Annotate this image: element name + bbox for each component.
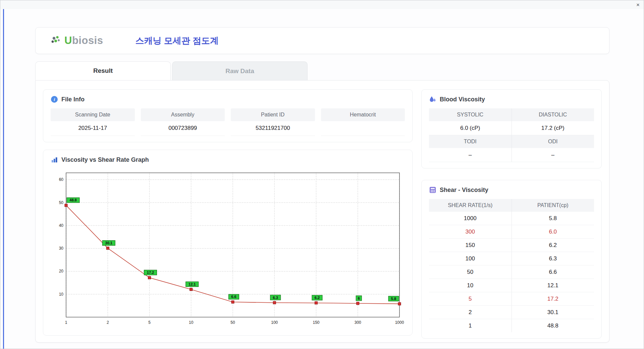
sv-patient-value: 17.2 bbox=[512, 292, 594, 305]
logo-text: Ubiosis bbox=[64, 35, 103, 47]
sv-shear-value: 300 bbox=[429, 225, 512, 238]
svg-text:12.1: 12.1 bbox=[189, 282, 196, 286]
svg-text:5.8: 5.8 bbox=[391, 297, 396, 301]
blood-viscosity-card: Blood Viscosity SYSTOLIC DIASTOLIC 6.0 (… bbox=[421, 89, 602, 168]
shear-viscosity-row: 10005.8 bbox=[429, 212, 594, 225]
svg-text:10: 10 bbox=[189, 320, 194, 325]
svg-text:60: 60 bbox=[59, 177, 64, 182]
svg-text:1: 1 bbox=[65, 320, 67, 325]
svg-text:48.8: 48.8 bbox=[69, 198, 76, 202]
window-left-accent bbox=[3, 9, 4, 349]
bv-value-todi: – bbox=[429, 148, 512, 162]
graph-title: Viscosity vs Shear Rate Graph bbox=[61, 156, 149, 163]
svg-text:10: 10 bbox=[59, 292, 64, 297]
svg-text:6.2: 6.2 bbox=[315, 296, 320, 300]
field-value bbox=[321, 121, 405, 135]
sv-shear-value: 2 bbox=[429, 306, 512, 319]
page-title: 스캐닝 모세관 점도계 bbox=[135, 35, 218, 47]
file-info-fields: Scanning Date2025-11-17Assembly000723899… bbox=[51, 108, 405, 136]
svg-text:50: 50 bbox=[230, 320, 235, 325]
bv-label-systolic: SYSTOLIC bbox=[429, 108, 512, 121]
bv-value-row-1: 6.0 (cP) 17.2 (cP) bbox=[429, 121, 594, 135]
shear-viscosity-row: 3006.0 bbox=[429, 225, 594, 239]
file-info-field: Hematocrit bbox=[321, 108, 405, 136]
sv-col-shear-rate: SHEAR RATE(1/s) bbox=[429, 199, 512, 212]
graph-header: Viscosity vs Shear Rate Graph bbox=[51, 156, 405, 163]
svg-text:40: 40 bbox=[59, 223, 64, 228]
svg-text:5: 5 bbox=[148, 320, 151, 325]
shear-viscosity-row: 517.2 bbox=[429, 292, 594, 306]
bar-chart-icon bbox=[51, 156, 58, 163]
blood-viscosity-title: Blood Viscosity bbox=[440, 96, 485, 103]
sv-shear-value: 10 bbox=[429, 279, 512, 292]
bv-value-odi: – bbox=[512, 148, 594, 162]
sv-patient-value: 12.1 bbox=[512, 279, 594, 292]
header-card: Ubiosis 스캐닝 모세관 점도계 bbox=[35, 27, 609, 54]
viscosity-chart: 1020304050601251050100150300100048.830.1… bbox=[51, 168, 405, 329]
sv-patient-value: 48.8 bbox=[512, 319, 594, 332]
file-info-header: i File Info bbox=[51, 96, 405, 103]
svg-text:6.6: 6.6 bbox=[231, 295, 236, 299]
shear-viscosity-header: Shear - Viscosity bbox=[429, 186, 594, 194]
file-info-card: i File Info Scanning Date2025-11-17Assem… bbox=[43, 89, 413, 142]
bv-label-todi: TODI bbox=[429, 135, 512, 148]
sv-patient-value: 6.0 bbox=[512, 225, 594, 238]
shear-viscosity-row: 1006.3 bbox=[429, 252, 594, 265]
droplet-icon bbox=[429, 96, 436, 103]
calculator-icon bbox=[429, 186, 436, 194]
sv-shear-value: 1 bbox=[429, 319, 512, 332]
svg-text:100: 100 bbox=[271, 320, 278, 325]
sv-patient-value: 6.6 bbox=[512, 265, 594, 279]
sv-shear-value: 50 bbox=[429, 265, 512, 279]
bv-header-row-1: SYSTOLIC DIASTOLIC bbox=[429, 108, 594, 121]
ubiosis-logo: Ubiosis bbox=[50, 35, 103, 47]
svg-text:1000: 1000 bbox=[395, 320, 404, 325]
svg-text:30.1: 30.1 bbox=[105, 241, 112, 245]
sv-header-row: SHEAR RATE(1/s) PATIENT(cp) bbox=[429, 199, 594, 212]
sv-patient-value: 6.3 bbox=[512, 252, 594, 265]
shear-viscosity-card: Shear - Viscosity SHEAR RATE(1/s) PATIEN… bbox=[421, 180, 602, 339]
info-icon: i bbox=[51, 96, 58, 103]
right-column: Blood Viscosity SYSTOLIC DIASTOLIC 6.0 (… bbox=[421, 89, 602, 336]
field-label: Patient ID bbox=[231, 108, 315, 121]
sv-shear-value: 5 bbox=[429, 292, 512, 305]
shear-viscosity-title: Shear - Viscosity bbox=[440, 187, 488, 194]
blood-viscosity-table: SYSTOLIC DIASTOLIC 6.0 (cP) 17.2 (cP) TO… bbox=[429, 108, 594, 162]
close-icon[interactable]: × bbox=[636, 2, 640, 8]
shear-viscosity-row: 1506.2 bbox=[429, 239, 594, 252]
field-value: 000723899 bbox=[141, 121, 225, 136]
svg-text:300: 300 bbox=[355, 320, 361, 325]
field-value: 2025-11-17 bbox=[51, 121, 135, 136]
logo-dots-icon bbox=[50, 35, 62, 46]
svg-text:50: 50 bbox=[59, 200, 64, 205]
bv-header-row-2: TODI ODI bbox=[429, 135, 594, 148]
left-column: i File Info Scanning Date2025-11-17Assem… bbox=[43, 89, 413, 336]
tab-result[interactable]: Result bbox=[35, 61, 171, 80]
main-content: Ubiosis 스캐닝 모세관 점도계 Result Raw Data i bbox=[0, 9, 644, 343]
sv-patient-value: 30.1 bbox=[512, 306, 594, 319]
sv-rows: 10005.83006.01506.21006.3506.61012.1517.… bbox=[429, 212, 594, 332]
tab-raw-data[interactable]: Raw Data bbox=[172, 61, 308, 80]
blood-viscosity-header: Blood Viscosity bbox=[429, 96, 594, 103]
svg-text:30: 30 bbox=[59, 246, 64, 251]
bv-value-row-2: – – bbox=[429, 148, 594, 162]
file-info-field: Patient ID53211921700 bbox=[231, 108, 315, 136]
bv-value-diastolic: 17.2 (cP) bbox=[512, 121, 594, 135]
sv-patient-value: 5.8 bbox=[512, 212, 594, 225]
graph-card: Viscosity vs Shear Rate Graph 1020304050… bbox=[43, 150, 413, 336]
sv-shear-value: 100 bbox=[429, 252, 512, 265]
shear-viscosity-row: 1012.1 bbox=[429, 279, 594, 292]
shear-viscosity-row: 148.8 bbox=[429, 319, 594, 332]
svg-text:6.3: 6.3 bbox=[273, 296, 278, 300]
sv-shear-value: 1000 bbox=[429, 212, 512, 225]
bv-value-systolic: 6.0 (cP) bbox=[429, 121, 512, 135]
svg-text:2: 2 bbox=[107, 320, 109, 325]
app-window: × Ubiosis 스캐닝 모세관 점도계 Result Raw Data bbox=[0, 0, 644, 349]
svg-text:6: 6 bbox=[358, 296, 360, 300]
svg-text:i: i bbox=[54, 97, 55, 102]
file-info-field: Assembly000723899 bbox=[141, 108, 225, 136]
result-panel: i File Info Scanning Date2025-11-17Assem… bbox=[35, 80, 609, 343]
sv-patient-value: 6.2 bbox=[512, 239, 594, 252]
shear-viscosity-table: SHEAR RATE(1/s) PATIENT(cp) 10005.83006.… bbox=[429, 199, 594, 332]
bv-label-odi: ODI bbox=[512, 135, 594, 148]
